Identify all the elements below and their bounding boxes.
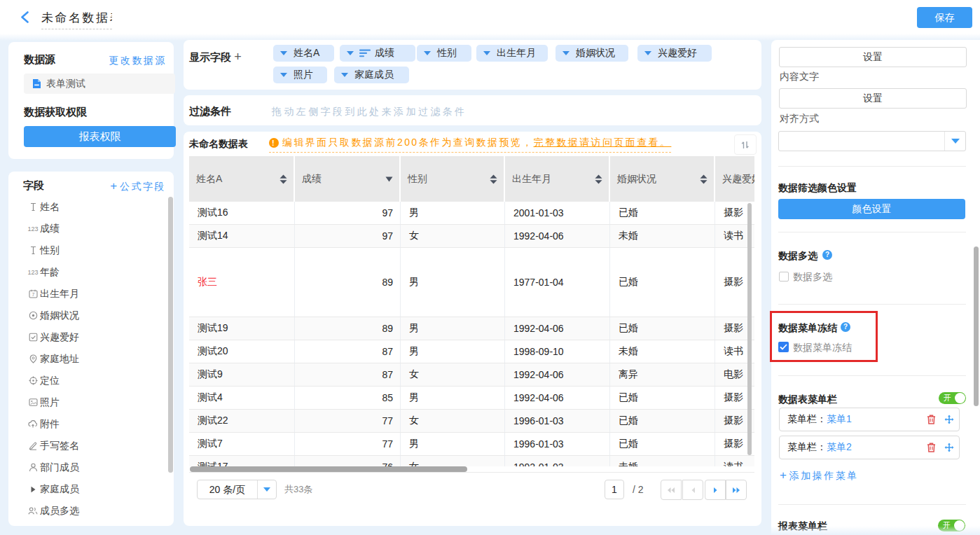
svg-text:7: 7 bbox=[32, 292, 34, 297]
